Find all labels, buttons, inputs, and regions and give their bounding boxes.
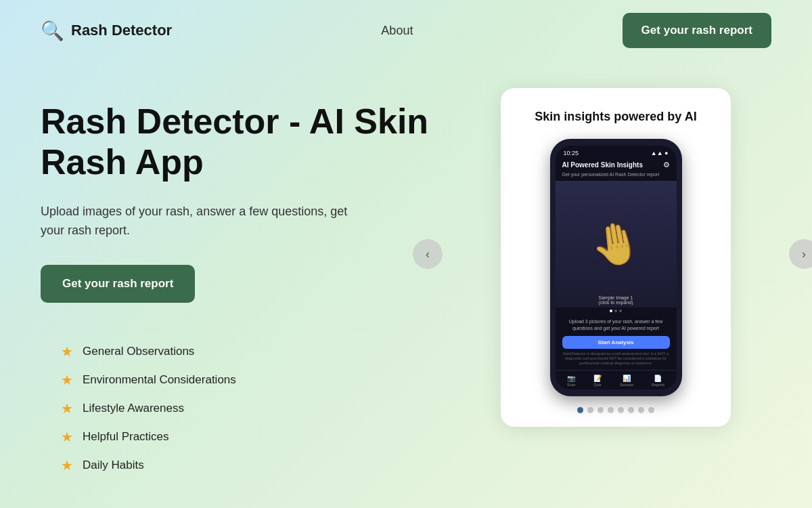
- phone-dot-1[interactable]: [610, 310, 612, 312]
- phone-mockup: 10:25 ▲▲ ● AI Powered Skin Insights ⚙ Ge…: [550, 139, 682, 396]
- phone-gear-icon[interactable]: ⚙: [663, 161, 670, 169]
- phone-nav-label-2: Sources: [620, 383, 633, 387]
- phone-upload-text: Upload 3 pictures of your rash, answer a…: [562, 318, 670, 332]
- sample-label: Sample Image 1(click to expand): [599, 295, 633, 305]
- feature-item-3: ★Helpful Practices: [61, 429, 433, 445]
- logo-icon: 🔍: [41, 20, 64, 42]
- phone-nav-icon-0: 📷: [567, 375, 575, 382]
- phone-image-dots: [556, 308, 677, 314]
- logo[interactable]: 🔍 Rash Detector: [41, 20, 172, 42]
- phone-start-button[interactable]: Start Analysis: [562, 336, 670, 349]
- carousel-dot-6[interactable]: [638, 407, 644, 413]
- carousel-dot-2[interactable]: [597, 407, 604, 413]
- phone-app-title: AI Powered Skin Insights: [562, 161, 643, 169]
- feature-item-0: ★General Observations: [61, 343, 433, 360]
- phone-time: 10:25: [564, 150, 579, 156]
- phone-bottom: Upload 3 pictures of your rash, answer a…: [556, 314, 677, 370]
- phone-disclaimer: RashDetector is designed as a self-asses…: [562, 352, 670, 366]
- star-icon: ★: [61, 429, 73, 445]
- carousel-dot-5[interactable]: [628, 407, 634, 413]
- phone-nav-icon-2: 📊: [623, 375, 631, 382]
- carousel-dot-0[interactable]: [577, 407, 583, 413]
- phone-dot-3[interactable]: [619, 310, 622, 312]
- about-link[interactable]: About: [381, 24, 413, 38]
- carousel-dot-3[interactable]: [608, 407, 614, 413]
- carousel-title: Skin insights powered by AI: [521, 108, 710, 125]
- phone-nav-item-1[interactable]: 📝Quiz: [593, 375, 602, 387]
- star-icon: ★: [61, 343, 73, 360]
- feature-item-4: ★Daily Habits: [61, 457, 433, 473]
- left-column: Rash Detector - AI Skin Rash App Upload …: [41, 81, 433, 473]
- phone-nav-icon-3: 📄: [654, 375, 662, 382]
- phone-nav-label-0: Scan: [567, 383, 576, 387]
- hand-image: 🤚: [587, 216, 645, 272]
- phone-app-header: AI Powered Skin Insights ⚙: [556, 158, 677, 172]
- hero-cta-button[interactable]: Get your rash report: [41, 265, 195, 303]
- phone-screen: 10:25 ▲▲ ● AI Powered Skin Insights ⚙ Ge…: [556, 146, 677, 389]
- navbar: 🔍 Rash Detector About Get your rash repo…: [0, 0, 812, 61]
- hero-title: Rash Detector - AI Skin Rash App: [41, 102, 433, 183]
- logo-text: Rash Detector: [71, 22, 172, 39]
- phone-nav-label-3: Reports: [652, 383, 664, 387]
- feature-item-1: ★Environmental Considerations: [61, 372, 433, 388]
- carousel-next-button[interactable]: ›: [789, 239, 812, 269]
- phone-dot-2[interactable]: [614, 310, 617, 312]
- carousel-dots: [521, 407, 710, 413]
- carousel-dot-1[interactable]: [587, 407, 593, 413]
- carousel-dot-7[interactable]: [648, 407, 654, 413]
- phone-nav-item-0[interactable]: 📷Scan: [567, 375, 576, 387]
- phone-nav-icon-1: 📝: [593, 375, 602, 382]
- right-column: ‹ Skin insights powered by AI 10:25 ▲▲ ●…: [460, 81, 771, 427]
- phone-signal-icons: ▲▲ ●: [651, 150, 669, 156]
- phone-nav-bar: 📷Scan📝Quiz📊Sources📄Reports: [556, 370, 677, 389]
- star-icon: ★: [61, 400, 73, 417]
- phone-hand-area: 🤚 Sample Image 1(click to expand): [556, 181, 677, 308]
- feature-label: Helpful Practices: [83, 430, 169, 444]
- nav-cta-button[interactable]: Get your rash report: [623, 13, 771, 48]
- feature-label: General Observations: [83, 345, 194, 358]
- carousel-prev-button[interactable]: ‹: [413, 239, 443, 269]
- carousel-dot-4[interactable]: [618, 407, 624, 413]
- phone-nav-item-3[interactable]: 📄Reports: [652, 375, 664, 387]
- feature-label: Lifestyle Awareness: [83, 402, 184, 415]
- main-content: Rash Detector - AI Skin Rash App Upload …: [0, 61, 812, 473]
- star-icon: ★: [61, 457, 73, 473]
- phone-app-subtitle: Get your personalized AI Rash Detector r…: [556, 172, 677, 181]
- feature-item-2: ★Lifestyle Awareness: [61, 400, 433, 417]
- phone-nav-label-1: Quiz: [594, 383, 602, 387]
- carousel-card: Skin insights powered by AI 10:25 ▲▲ ● A…: [501, 88, 731, 427]
- features-list: ★General Observations★Environmental Cons…: [41, 343, 433, 473]
- feature-label: Daily Habits: [83, 459, 144, 472]
- feature-label: Environmental Considerations: [83, 373, 236, 387]
- hero-subtitle: Upload images of your rash, answer a few…: [41, 202, 352, 241]
- star-icon: ★: [61, 372, 73, 388]
- phone-status-bar: 10:25 ▲▲ ●: [556, 146, 677, 158]
- phone-nav-item-2[interactable]: 📊Sources: [620, 375, 633, 387]
